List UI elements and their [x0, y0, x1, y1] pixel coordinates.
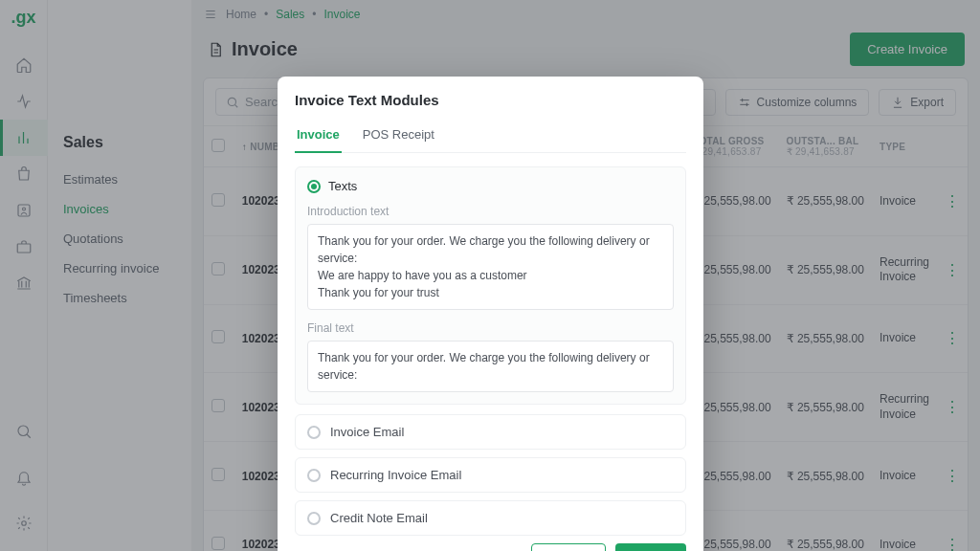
- radio-invoice-email[interactable]: Invoice Email: [295, 414, 686, 450]
- modal-tabs: Invoice POS Receipt: [295, 121, 686, 153]
- final-textarea[interactable]: Thank you for your order. We charge you …: [307, 341, 674, 392]
- final-label: Final text: [307, 321, 674, 335]
- radio-credit-note-email[interactable]: Credit Note Email: [295, 500, 686, 536]
- radio-recurring-email[interactable]: Recurring Invoice Email: [295, 457, 686, 493]
- tab-pos-receipt[interactable]: POS Receipt: [361, 121, 436, 152]
- tab-invoice[interactable]: Invoice: [295, 121, 342, 153]
- radio-on-icon: [307, 180, 321, 193]
- intro-textarea[interactable]: Thank you for your order. We charge you …: [307, 224, 674, 310]
- radio-off-icon: [307, 512, 321, 525]
- cancel-button[interactable]: Cancel: [531, 543, 606, 551]
- texts-panel: Texts Introduction text Thank you for yo…: [295, 166, 686, 405]
- radio-off-icon: [307, 469, 321, 482]
- modal-title: Invoice Text Modules: [295, 92, 686, 108]
- radio-off-icon: [307, 426, 321, 439]
- save-button[interactable]: Save: [615, 543, 686, 551]
- text-modules-modal: Invoice Text Modules Invoice POS Receipt…: [278, 77, 703, 551]
- radio-texts[interactable]: Texts: [307, 179, 674, 193]
- intro-label: Introduction text: [307, 205, 674, 218]
